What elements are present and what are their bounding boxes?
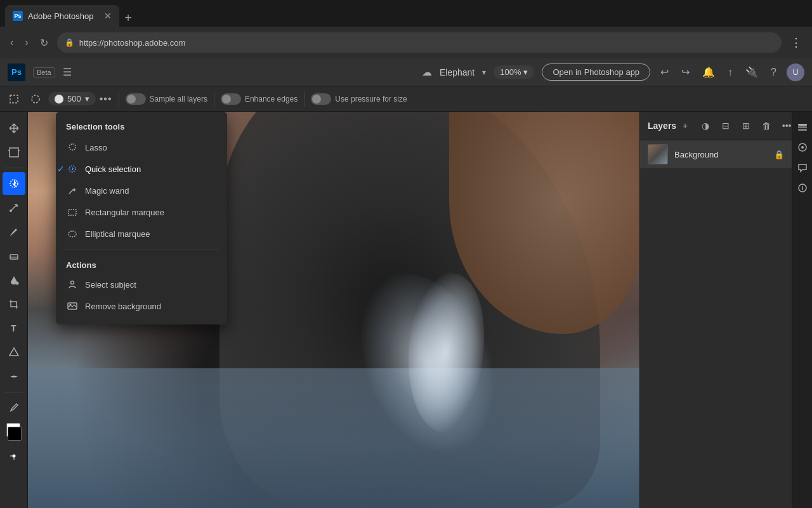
share-button[interactable]: ↑ [725,64,735,81]
refresh-button[interactable]: ↻ [37,34,51,51]
layers-panel: Layers + ◑ ⊟ ⊞ 🗑 ••• Background [639,112,792,508]
fill-tool[interactable] [3,269,25,291]
menu-item-magic-wand-label: Magic wand [85,186,129,196]
crop-tool[interactable] [3,293,25,316]
more-options-button[interactable]: ••• [100,93,112,105]
zoom-level: 100% [500,67,521,77]
notifications-button[interactable]: 🔔 [700,64,717,81]
url-input[interactable]: 🔒 https://photoshop.adobe.com [57,32,782,53]
tab-close-icon[interactable]: ✕ [104,11,112,21]
rectangular-marquee-tool-btn[interactable] [5,91,23,107]
pen-tool[interactable] [3,196,25,219]
delete-layer-button[interactable]: 🗑 [757,117,775,135]
svg-rect-23 [798,129,807,131]
brush-tool[interactable] [3,220,25,243]
layer-name: Background [674,150,768,159]
menu-item-lasso[interactable]: Lasso [56,137,227,158]
zoom-dropdown-icon: ▾ [523,67,528,77]
new-tab-button[interactable]: + [119,9,137,27]
svg-rect-2 [10,148,18,157]
active-tab[interactable]: Ps Adobe Photoshop ✕ [5,5,119,27]
svg-point-6 [10,210,12,212]
toolbar-divider-1 [119,91,119,107]
user-avatar[interactable]: U [787,64,804,81]
menu-item-rectangular-marquee[interactable]: Rectangular marquee [56,201,227,223]
person-icon [66,278,79,291]
artboard-tool[interactable] [3,141,25,164]
sample-all-layers-toggle-group: Sample all layers [126,93,207,105]
tab-title: Adobe Photoshop [28,11,93,21]
svg-point-20 [70,304,72,306]
side-tool-divider-2 [5,392,23,392]
zoom-control[interactable]: 100% ▾ [494,65,534,79]
toolbar-divider-2 [214,91,214,107]
type-tool[interactable]: T [3,317,25,340]
back-button[interactable]: ‹ [8,34,16,51]
sample-all-layers-toggle[interactable] [126,93,146,105]
menu-item-elliptical-marquee[interactable]: Elliptical marquee [56,223,227,244]
chat-icon-btn[interactable] [794,159,811,177]
shape-tool[interactable] [3,341,25,364]
properties-icon-btn[interactable] [794,138,811,156]
undo-button[interactable]: ↩ [658,64,671,81]
browser-menu-icon[interactable]: ⋮ [788,33,804,52]
elliptical-marquee-tool-btn[interactable] [27,91,44,107]
menu-item-elliptical-marquee-label: Elliptical marquee [85,229,150,239]
svg-rect-16 [69,210,76,215]
selection-tool[interactable] [3,172,25,195]
menu-item-quick-selection[interactable]: ✓ Quick selection [56,158,227,180]
tab-bar: Ps Adobe Photoshop ✕ + [0,0,812,27]
svg-rect-21 [798,124,807,126]
selection-tools-dropdown[interactable]: Selection tools Lasso ✓ Quick selection [56,112,227,324]
brush-size-dropdown-icon: ▾ [85,94,89,104]
brush-size-control[interactable]: 500 ▾ [48,92,96,105]
adjustment-layer-button[interactable]: ◑ [697,117,714,135]
enhance-edges-toggle-group: Enhance edges [221,93,298,105]
menu-item-remove-background-label: Remove background [85,302,161,311]
use-pressure-toggle[interactable] [311,93,331,105]
checkmark-icon: ✓ [57,164,65,174]
menu-item-select-subject-label: Select subject [85,280,136,290]
right-panel-wrapper: Layers + ◑ ⊟ ⊞ 🗑 ••• Background [639,112,812,508]
layers-panel-title: Layers [648,121,676,131]
sample-all-layers-label: Sample all layers [150,95,207,104]
layers-panel-header: Layers + ◑ ⊟ ⊞ 🗑 ••• [640,112,792,140]
plugin-button[interactable]: 🔌 [743,64,761,81]
file-dropdown-icon[interactable]: ▾ [482,68,486,77]
toolbar-divider-3 [304,91,304,107]
forward-button[interactable]: › [22,34,30,51]
group-layer-button[interactable]: ⊞ [737,117,755,135]
svg-point-13 [12,455,15,458]
open-in-photoshop-button[interactable]: Open in Photoshop app [542,64,650,81]
file-name[interactable]: Elephant [440,67,475,77]
add-layer-button[interactable]: + [676,117,694,135]
move-tool[interactable] [3,117,25,140]
svg-text:T: T [11,323,16,333]
mask-button[interactable]: ⊟ [717,117,735,135]
layer-item-background[interactable]: Background 🔒 [640,140,792,168]
eyedropper-tool[interactable] [3,396,25,419]
enhance-edges-toggle[interactable] [221,93,241,105]
info-icon-btn[interactable] [794,179,811,197]
svg-point-18 [71,281,74,284]
menu-item-lasso-label: Lasso [85,143,107,152]
hamburger-menu-button[interactable]: ☰ [63,66,72,78]
svg-point-9 [15,282,18,285]
brush-size-value: 500 [67,94,81,104]
redo-button[interactable]: ↪ [679,64,692,81]
menu-item-remove-background[interactable]: Remove background [56,295,227,317]
adjust-tool[interactable] [3,444,25,467]
tab-ps-icon: Ps [13,11,23,21]
smudge-tool[interactable] [3,365,25,388]
layers-icon-btn[interactable] [794,118,811,136]
menu-divider [63,250,219,250]
help-button[interactable]: ? [768,64,779,81]
menu-item-select-subject[interactable]: Select subject [56,274,227,295]
menu-item-magic-wand[interactable]: Magic wand [56,180,227,201]
lock-icon: 🔒 [65,38,74,47]
beta-badge: Beta [33,67,55,77]
eraser-tool[interactable] [3,244,25,267]
layer-thumbnail [648,144,668,164]
use-pressure-toggle-group: Use pressure for size [311,93,407,105]
color-swatch[interactable] [3,420,25,443]
